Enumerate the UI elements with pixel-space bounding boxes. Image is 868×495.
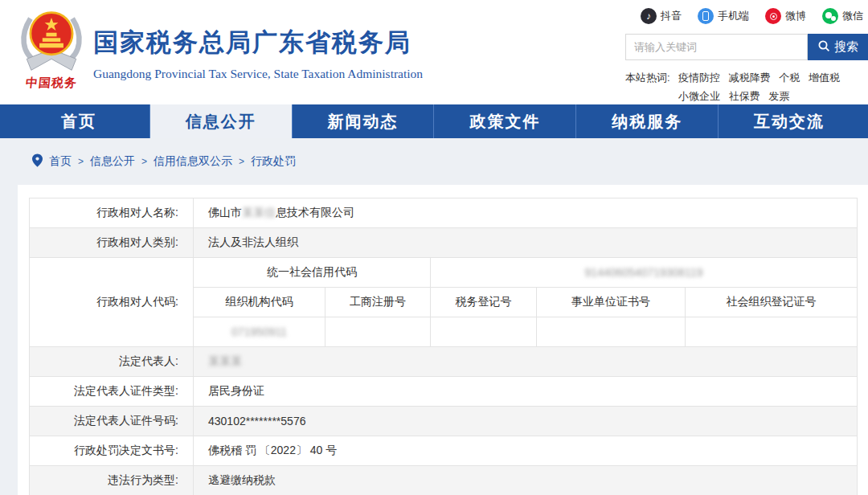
hot-word-link[interactable]: 疫情防控 — [678, 72, 720, 84]
table-row-uscc: 行政相对人代码: 统一社会信用代码 9144060540719308119 — [30, 258, 858, 288]
search-button-label: 搜索 — [834, 39, 858, 55]
violation-type-value: 逃避缴纳税款 — [194, 466, 858, 495]
breadcrumb-home[interactable]: 首页 — [49, 154, 72, 169]
wechat-label: 微信 — [842, 9, 863, 23]
weibo-label: 微博 — [785, 9, 806, 23]
empty-cell — [431, 317, 537, 347]
empty-cell — [537, 317, 686, 347]
nav-item-tax-service[interactable]: 纳税服务 — [575, 104, 718, 138]
row-label: 违法行为类型: — [30, 466, 194, 495]
search-icon — [817, 39, 830, 55]
table-row-id-type: 法定代表人证件类型: 居民身份证 — [30, 377, 858, 407]
doc-number-value: 佛税稽 罚 〔2022〕 40 号 — [194, 436, 858, 466]
wechat-icon — [822, 8, 838, 24]
legal-rep-value: 某某某 — [194, 347, 858, 377]
nav-item-home[interactable]: 首页 — [8, 104, 149, 138]
hot-word-link[interactable]: 增值税 — [809, 72, 840, 84]
empty-cell — [326, 317, 431, 347]
company-name-masked: 某某信 — [242, 206, 276, 219]
code-column-header: 工商注册号 — [326, 288, 431, 317]
mobile-link[interactable]: 手机端 — [698, 8, 749, 24]
page-title: 国家税务总局广东省税务局 — [93, 26, 423, 59]
nav-item-policy[interactable]: 政策文件 — [433, 104, 575, 138]
uscc-label: 统一社会信用代码 — [194, 258, 431, 288]
row-label: 行政处罚决定文书号: — [30, 436, 194, 466]
hot-word-link[interactable]: 减税降费 — [729, 72, 771, 84]
breadcrumb-band: 首页 > 信息公开 > 信用信息双公示 > 行政处罚 — [0, 138, 868, 185]
code-column-header: 税务登记号 — [431, 288, 537, 317]
row-label: 法定代表人证件类型: — [30, 377, 194, 407]
table-row-category: 行政相对人类别: 法人及非法人组织 — [30, 228, 858, 258]
weibo-link[interactable]: 微博 — [765, 8, 806, 24]
org-code-value: 071950911 — [194, 317, 326, 347]
weibo-icon — [765, 8, 781, 24]
code-column-header: 组织机构代码 — [194, 288, 326, 317]
hot-word-link[interactable]: 小微企业 — [678, 90, 720, 102]
nav-item-info-disclosure[interactable]: 信息公开 — [149, 104, 292, 138]
tax-emblem-icon — [14, 63, 89, 76]
empty-cell — [686, 317, 858, 347]
company-name-prefix: 佛山市 — [208, 206, 242, 219]
social-links: ♪ 抖音 手机端 微博 微信 — [641, 8, 863, 24]
row-label: 法定代表人证件号码: — [30, 407, 194, 436]
wechat-link[interactable]: 微信 — [822, 8, 863, 24]
breadcrumb-admin-penalty[interactable]: 行政处罚 — [251, 154, 296, 169]
douyin-icon: ♪ — [641, 8, 657, 24]
breadcrumb-separator: > — [78, 156, 84, 167]
id-number-value: 430102********5576 — [194, 407, 858, 436]
breadcrumb-separator: > — [141, 156, 147, 167]
table-row-name: 行政相对人名称: 佛山市某某信息技术有限公司 — [30, 198, 858, 228]
breadcrumb-separator: > — [239, 156, 244, 167]
mobile-label: 手机端 — [718, 9, 749, 23]
search-button[interactable]: 搜索 — [808, 34, 868, 60]
penalty-detail-table: 行政相对人名称: 佛山市某某信息技术有限公司 行政相对人类别: 法人及非法人组织… — [29, 198, 858, 495]
search-bar: 搜索 — [625, 34, 868, 60]
uscc-value: 9144060540719308119 — [431, 258, 858, 288]
table-row-legal-rep: 法定代表人: 某某某 — [30, 347, 858, 377]
row-label: 行政相对人名称: — [30, 198, 194, 228]
breadcrumb: 首页 > 信息公开 > 信用信息双公示 > 行政处罚 — [32, 153, 296, 170]
row-label: 行政相对人代码: — [30, 258, 194, 347]
hot-word-link[interactable]: 个税 — [779, 72, 800, 84]
douyin-link[interactable]: ♪ 抖音 — [641, 8, 682, 24]
mobile-icon — [698, 8, 714, 24]
main-nav: 首页 信息公开 新闻动态 政策文件 纳税服务 互动交流 — [0, 104, 868, 138]
org-code-masked: 071950911 — [231, 325, 287, 338]
row-label: 行政相对人类别: — [30, 228, 194, 258]
site-logo[interactable]: 中国税务 — [13, 8, 90, 91]
logo-caption: 中国税务 — [12, 76, 91, 91]
row-label: 法定代表人: — [30, 347, 194, 377]
hot-word-link[interactable]: 社保费 — [729, 90, 760, 102]
table-row-id-number: 法定代表人证件号码: 430102********5576 — [30, 407, 858, 436]
douyin-label: 抖音 — [661, 9, 682, 23]
nav-item-news[interactable]: 新闻动态 — [292, 104, 434, 138]
code-column-header: 社会组织登记证号 — [686, 288, 858, 317]
category-value: 法人及非法人组织 — [194, 228, 858, 258]
table-row-violation-type: 违法行为类型: 逃避缴纳税款 — [30, 466, 858, 495]
company-name-suffix: 息技术有限公司 — [276, 206, 354, 219]
hot-word-link[interactable]: 发票 — [768, 90, 789, 102]
breadcrumb-credit-disclosure[interactable]: 信用信息双公示 — [154, 154, 232, 169]
nav-item-interaction[interactable]: 互动交流 — [718, 104, 860, 138]
location-pin-icon — [32, 153, 43, 170]
id-type-value: 居民身份证 — [194, 377, 858, 407]
legal-rep-masked: 某某某 — [208, 354, 242, 367]
table-row-doc-number: 行政处罚决定文书号: 佛税稽 罚 〔2022〕 40 号 — [30, 436, 858, 466]
title-block: 国家税务总局广东省税务局 Guangdong Provincial Tax Se… — [93, 26, 423, 81]
site-header: 中国税务 国家税务总局广东省税务局 Guangdong Provincial T… — [0, 0, 868, 104]
page-subtitle: Guangdong Provincial Tax Service, State … — [93, 67, 423, 81]
hot-words: 本站热词: 疫情防控 减税降费 个税 增值税 小微企业 社保费 发票 — [625, 69, 866, 106]
search-input[interactable] — [625, 34, 808, 60]
code-column-header: 事业单位证书号 — [537, 288, 686, 317]
content-panel: 行政相对人名称: 佛山市某某信息技术有限公司 行政相对人类别: 法人及非法人组织… — [18, 185, 868, 495]
company-name-value: 佛山市某某信息技术有限公司 — [194, 198, 858, 228]
breadcrumb-info-disclosure[interactable]: 信息公开 — [90, 154, 135, 169]
hot-words-label: 本站热词: — [625, 69, 670, 88]
uscc-value-masked: 9144060540719308119 — [585, 266, 703, 279]
